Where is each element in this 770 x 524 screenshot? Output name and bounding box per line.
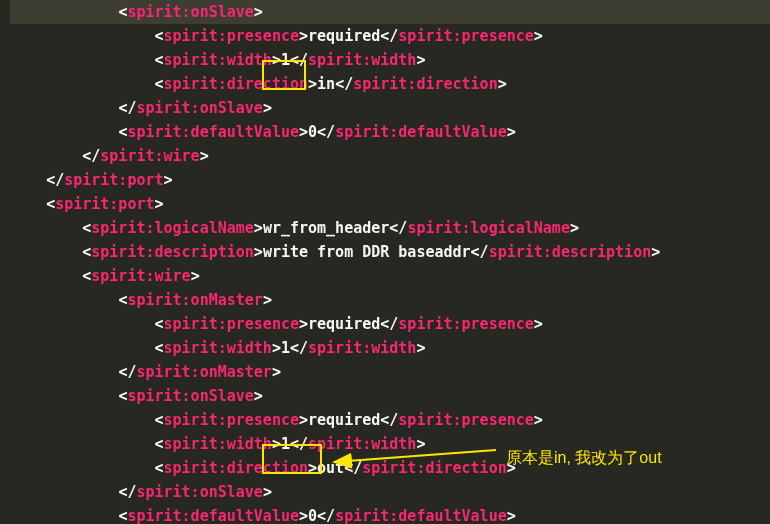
code-line: <spirit:width>1</spirit:width> [10, 336, 770, 360]
code-line: <spirit:onSlave> [10, 384, 770, 408]
code-line: <spirit:defaultValue>0</spirit:defaultVa… [10, 504, 770, 524]
code-line: </spirit:onMaster> [10, 360, 770, 384]
code-line: </spirit:port> [10, 168, 770, 192]
code-line: </spirit:onSlave> [10, 96, 770, 120]
code-line: <spirit:onMaster> [10, 288, 770, 312]
code-line: </spirit:onSlave> [10, 480, 770, 504]
code-line: <spirit:description>write from DDR basea… [10, 240, 770, 264]
code-line: <spirit:presence>required</spirit:presen… [10, 408, 770, 432]
code-line: <spirit:width>1</spirit:width> [10, 48, 770, 72]
code-line: <spirit:onSlave> [10, 0, 770, 24]
code-line: <spirit:port> [10, 192, 770, 216]
code-line: <spirit:defaultValue>0</spirit:defaultVa… [10, 120, 770, 144]
code-line: </spirit:wire> [10, 144, 770, 168]
code-line: <spirit:wire> [10, 264, 770, 288]
code-line: <spirit:presence>required</spirit:presen… [10, 312, 770, 336]
annotation-text: 原本是in, 我改为了out [506, 446, 662, 470]
code-line: <spirit:logicalName>wr_from_header</spir… [10, 216, 770, 240]
code-line: <spirit:direction>in</spirit:direction> [10, 72, 770, 96]
code-line: <spirit:presence>required</spirit:presen… [10, 24, 770, 48]
